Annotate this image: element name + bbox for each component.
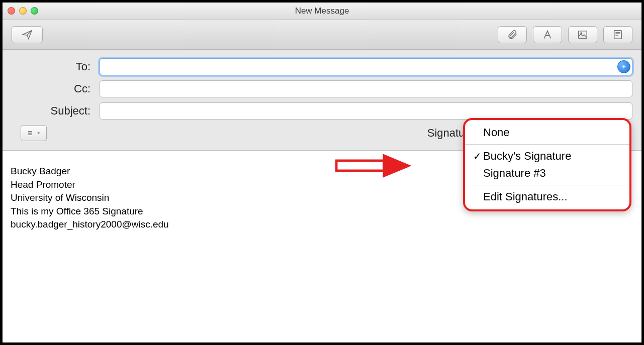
check-icon: ✓ bbox=[471, 150, 483, 162]
signature-menu: None ✓ Bucky's Signature Signature #3 Ed… bbox=[463, 118, 631, 211]
cc-input[interactable] bbox=[100, 80, 632, 97]
to-label: To: bbox=[12, 60, 100, 73]
signature-menu-item-buckys[interactable]: ✓ Bucky's Signature bbox=[465, 148, 629, 165]
add-recipient-button[interactable] bbox=[617, 60, 630, 73]
attach-button[interactable] bbox=[498, 26, 527, 43]
subject-input[interactable] bbox=[100, 102, 632, 120]
format-button[interactable] bbox=[533, 26, 562, 43]
paper-plane-icon bbox=[22, 29, 33, 40]
titlebar: New Message bbox=[3, 3, 641, 20]
zoom-window-button[interactable] bbox=[31, 7, 38, 15]
signature-menu-item-edit[interactable]: Edit Signatures... bbox=[465, 188, 629, 205]
toolbar bbox=[3, 20, 641, 50]
signature-menu-item-label: None bbox=[483, 126, 510, 139]
cc-row: Cc: bbox=[12, 78, 632, 100]
cc-label: Cc: bbox=[12, 82, 100, 95]
svg-rect-3 bbox=[336, 161, 384, 171]
send-button[interactable] bbox=[12, 26, 43, 43]
svg-rect-2 bbox=[614, 30, 622, 39]
to-input[interactable] bbox=[100, 58, 632, 75]
minimize-window-button[interactable] bbox=[19, 7, 27, 15]
window-controls bbox=[8, 7, 38, 15]
svg-point-1 bbox=[581, 32, 582, 34]
stationery-icon bbox=[612, 29, 623, 40]
paperclip-icon bbox=[507, 29, 518, 40]
signature-menu-item-label: Bucky's Signature bbox=[483, 150, 571, 163]
subject-label: Subject: bbox=[12, 104, 100, 118]
photo-icon bbox=[577, 29, 588, 40]
window-title: New Message bbox=[3, 6, 641, 16]
list-icon bbox=[26, 129, 34, 137]
signature-menu-item-label: Signature #3 bbox=[483, 167, 546, 180]
to-row: To: bbox=[12, 56, 632, 78]
signature-menu-item-none[interactable]: None bbox=[465, 124, 629, 141]
menu-separator bbox=[465, 185, 629, 185]
close-window-button[interactable] bbox=[8, 7, 15, 15]
font-icon bbox=[542, 29, 553, 40]
plus-circle-icon bbox=[620, 63, 627, 70]
compose-window: New Message bbox=[0, 0, 644, 345]
menu-separator bbox=[465, 144, 629, 145]
signature-menu-item-label: Edit Signatures... bbox=[483, 190, 568, 203]
svg-rect-0 bbox=[579, 31, 587, 38]
photo-browser-button[interactable] bbox=[568, 26, 597, 43]
signature-line: bucky.badger_history2000@wisc.edu bbox=[11, 218, 633, 232]
header-options-button[interactable] bbox=[21, 125, 47, 141]
stationery-button[interactable] bbox=[603, 26, 632, 43]
signature-menu-item-sig3[interactable]: Signature #3 bbox=[465, 165, 629, 182]
annotation-arrow-icon bbox=[335, 153, 411, 178]
chevron-down-icon bbox=[36, 131, 41, 136]
